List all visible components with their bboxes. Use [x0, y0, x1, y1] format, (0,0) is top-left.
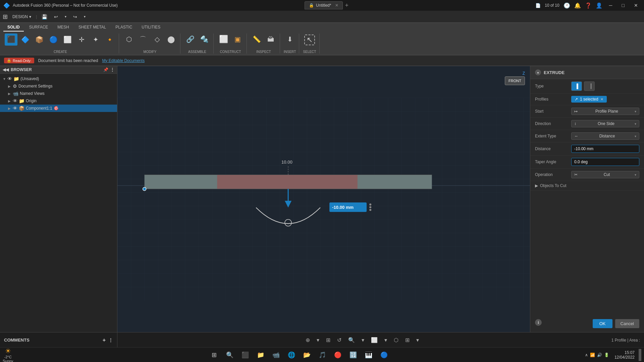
tree-named-views[interactable]: ▶ 📹 Named Views	[0, 90, 117, 97]
grid-icon[interactable]: ⊞	[3, 13, 8, 20]
clear-profile-btn[interactable]: ✕	[600, 97, 603, 102]
browser-more-icon[interactable]: ⋮	[110, 67, 114, 72]
add-comment-btn[interactable]: +	[103, 337, 106, 343]
extrude2-btn[interactable]: 📦	[33, 34, 46, 45]
tree-doc-settings[interactable]: ▶ ⚙ Document Settings	[0, 82, 117, 90]
canvas[interactable]: 10.00 -10.00 mm Z FRONT	[117, 66, 530, 332]
app9-btn[interactable]: 🔢	[347, 349, 359, 361]
tab-plastic[interactable]: PLASTIC	[111, 23, 136, 32]
redo-btn[interactable]: ↪	[71, 13, 79, 20]
grid-settings-btn[interactable]: ⊞	[324, 336, 332, 345]
time-display[interactable]: 15:07 12/04/2022	[614, 350, 635, 360]
active-tab[interactable]: 🔒 Untitled* ✕	[305, 1, 343, 9]
save-btn[interactable]: 💾	[40, 13, 49, 20]
taper-input[interactable]	[571, 158, 639, 166]
help-icon[interactable]: ❓	[585, 2, 592, 9]
speaker-icon[interactable]: 🔊	[597, 353, 602, 357]
front-view-cube[interactable]: FRONT	[505, 76, 525, 85]
select-btn[interactable]: ↖	[303, 34, 317, 46]
modify-btn3[interactable]: ◇	[151, 34, 163, 45]
close-tab-btn[interactable]: ✕	[335, 3, 338, 8]
show-desktop-btn[interactable]	[639, 349, 641, 361]
up-arrow-icon[interactable]: ∧	[585, 353, 588, 357]
info-btn[interactable]: ℹ	[535, 319, 542, 326]
assemble-btn2[interactable]: 🔩	[198, 34, 211, 45]
measure-btn[interactable]: 📏	[250, 34, 263, 45]
section-btn[interactable]: 🏔	[264, 34, 277, 45]
undo-btn[interactable]: ↩	[52, 13, 60, 20]
move-btn[interactable]: ✛	[75, 34, 88, 45]
view-cube-btn[interactable]: ⬡	[392, 336, 400, 345]
objects-to-cut-row[interactable]: ▶ Objects To Cut	[530, 181, 644, 191]
taskview-btn[interactable]: ⬛	[239, 349, 251, 361]
zoom-btn[interactable]: 🔍	[346, 336, 357, 345]
tab-mesh[interactable]: MESH	[53, 23, 73, 32]
panels-dropdown-btn[interactable]: ▾	[414, 336, 421, 345]
tab-solid[interactable]: SOLID	[3, 23, 24, 32]
tab-sheet-metal[interactable]: SHEET METAL	[74, 23, 110, 32]
extrude-close-btn[interactable]: ●	[535, 69, 541, 75]
close-btn[interactable]: ✕	[631, 1, 641, 9]
display-mode-dropdown-btn[interactable]: ▾	[315, 336, 321, 345]
network-icon[interactable]: 📶	[590, 353, 595, 357]
files-btn[interactable]: 📂	[301, 349, 313, 361]
cancel-btn[interactable]: Cancel	[615, 319, 639, 328]
modify-btn4[interactable]: ⬤	[165, 34, 177, 45]
app11-btn[interactable]: 🔵	[378, 349, 390, 361]
explorer-btn[interactable]: 📁	[255, 349, 267, 361]
undo-dropdown-btn[interactable]: ▾	[63, 14, 68, 19]
canvas-inner[interactable]: 10.00 -10.00 mm Z FRONT	[117, 66, 530, 332]
start-dropdown[interactable]: ↦ Profile Plane ▾	[571, 108, 639, 115]
fit-dropdown-btn[interactable]: ▾	[382, 336, 389, 345]
design-dropdown-btn[interactable]: DESIGN ▾	[10, 13, 33, 20]
tree-component1[interactable]: ▶ 👁 📦 Component1:1 🎯	[0, 105, 117, 112]
bell-icon[interactable]: 🔔	[574, 2, 581, 9]
redo-dropdown-btn[interactable]: ▾	[82, 14, 88, 19]
add-tab-btn[interactable]: +	[345, 2, 348, 9]
insert-btn[interactable]: ⬇	[283, 34, 296, 45]
tree-root[interactable]: ▼ 👁 📁 (Unsaved)	[0, 75, 117, 82]
direction-dropdown[interactable]: ↕ One Side ▾	[571, 120, 639, 127]
tab-surface[interactable]: SURFACE	[25, 23, 52, 32]
app8-btn[interactable]: 🔴	[332, 349, 344, 361]
pattern-btn[interactable]: ✦	[89, 34, 102, 45]
collapse-browser-icon[interactable]: ◀◀	[3, 67, 9, 72]
type-thin-btn[interactable]: ▕	[584, 81, 595, 91]
zoom-dropdown-btn[interactable]: ▾	[360, 336, 366, 345]
construct-btn2[interactable]: ▣	[231, 34, 244, 45]
start-btn[interactable]: ⊞	[208, 349, 220, 361]
extent-dropdown[interactable]: ↔ Distance ▾	[571, 132, 639, 140]
fit-screen-btn[interactable]: ⬜	[369, 336, 380, 345]
panels-btn[interactable]: ⊞	[403, 336, 412, 345]
minimize-btn[interactable]: ─	[606, 1, 615, 9]
maximize-btn[interactable]: □	[619, 1, 627, 9]
user-icon[interactable]: 👤	[596, 2, 602, 9]
sweep-btn[interactable]: ⬜	[61, 34, 74, 45]
revolve-btn[interactable]: 🔵	[47, 34, 60, 45]
freeform-btn[interactable]: 🔸	[103, 34, 116, 45]
orbit-btn[interactable]: ↺	[335, 336, 343, 345]
browser-pin-icon[interactable]: 📌	[103, 67, 108, 72]
editable-docs-link[interactable]: My Editable Documents	[102, 58, 145, 63]
tab-utilities[interactable]: UTILITIES	[138, 23, 164, 32]
extrude-btn[interactable]: ⬛	[5, 34, 17, 46]
assemble-btn1[interactable]: 🔗	[184, 34, 197, 45]
construct-btn1[interactable]: ⬜	[217, 34, 230, 45]
battery-icon[interactable]: 🔋	[604, 353, 609, 357]
app10-btn[interactable]: 🎹	[363, 349, 375, 361]
type-solid-btn[interactable]: ▐	[571, 81, 582, 91]
display-mode-btn[interactable]: ⊕	[304, 336, 312, 345]
search-taskbar-btn[interactable]: 🔍	[224, 349, 236, 361]
profiles-selected-badge[interactable]: ↗ 1 selected ✕	[571, 96, 607, 103]
distance-input[interactable]	[571, 145, 639, 153]
modify-btn2[interactable]: ⌒	[137, 34, 149, 45]
app7-btn[interactable]: 🎵	[316, 349, 328, 361]
chrome-btn[interactable]: 🌐	[285, 349, 298, 361]
operation-dropdown[interactable]: ✂ Cut ▾	[571, 171, 639, 178]
teams-btn[interactable]: 📹	[270, 349, 282, 361]
tree-origin[interactable]: ▶ 👁 📁 Origin	[0, 97, 117, 105]
collapse-comments-icon[interactable]: ⋮	[108, 338, 113, 343]
new-component-btn[interactable]: 🔷	[19, 34, 32, 45]
ok-btn[interactable]: OK	[593, 319, 612, 328]
modify-btn1[interactable]: ⬡	[122, 34, 135, 45]
